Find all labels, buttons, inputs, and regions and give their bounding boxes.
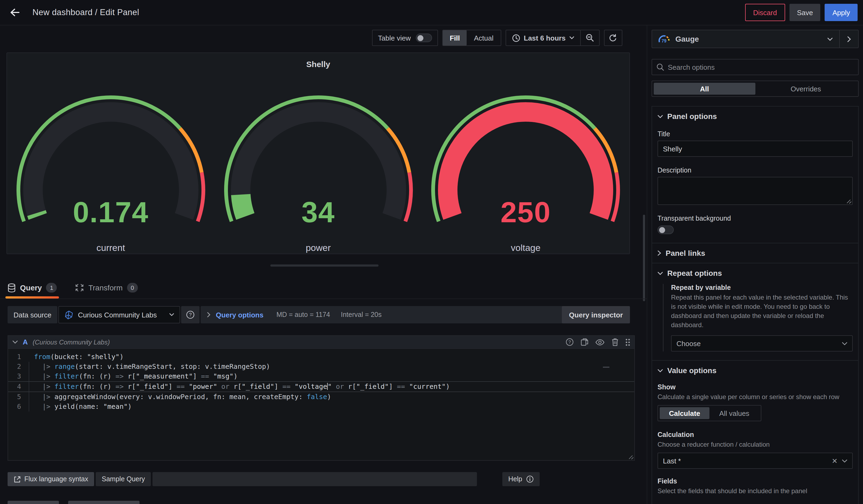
repeat-variable-select[interactable]: Choose [671, 335, 853, 352]
actual-option[interactable]: Actual [467, 30, 500, 46]
options-sidebar: 79 Gauge All Overrides [647, 25, 863, 504]
collapse-chevron-icon[interactable] [12, 340, 18, 344]
query-inspector-button[interactable]: Query inspector [562, 306, 630, 323]
datasource-help-button[interactable]: ? [181, 306, 200, 323]
gauge-label: voltage [422, 243, 629, 254]
calculate-option[interactable]: Calculate [660, 407, 710, 419]
drag-handle-icon[interactable] [626, 338, 630, 346]
collapse-options-button[interactable] [840, 36, 858, 42]
interval-text: Interval = 20s [341, 311, 382, 318]
code-line[interactable]: 2 |> range(start: v.timeRangeStart, stop… [8, 362, 634, 371]
external-link-icon [13, 476, 21, 483]
query-row-header[interactable]: A (Curious Community Labs) ? [8, 335, 635, 348]
editor-splitter-handle[interactable] [270, 264, 378, 267]
show-label: Show [658, 383, 853, 391]
top-nav: New dashboard / Edit Panel Discard Save … [0, 0, 863, 25]
chevron-right-icon [207, 312, 210, 317]
options-search[interactable] [652, 59, 859, 75]
repeat-by-variable-label: Repeat by variable [671, 284, 853, 291]
apply-button[interactable]: Apply [825, 4, 858, 21]
transform-icon [75, 284, 84, 292]
code-line[interactable]: 1from(bucket: "shelly") [8, 352, 634, 362]
calculation-label: Calculation [658, 431, 853, 439]
editor-resize-grip[interactable] [628, 454, 633, 459]
query-options-link[interactable]: Query options [216, 311, 263, 319]
query-ref-id: A [23, 338, 28, 346]
code-line[interactable]: 6 |> yield(name: "mean") [8, 402, 634, 412]
editor-tabs: Query 1 Transform 0 [8, 277, 636, 299]
flux-code-editor[interactable]: 1from(bucket: "shelly")2 |> range(start:… [8, 348, 635, 461]
panel-title-input[interactable] [658, 141, 853, 157]
textarea-resize-grip[interactable] [846, 199, 851, 203]
options-scroll-area: Panel options Title Description Transpar… [652, 106, 859, 504]
overview-ruler-mark [603, 367, 609, 368]
tab-all[interactable]: All [654, 83, 755, 94]
fill-option[interactable]: Fill [442, 30, 467, 46]
calculation-select[interactable]: Last * ✕ [658, 453, 853, 469]
svg-text:?: ? [189, 312, 192, 317]
datasource-name: Curious Community Labs [78, 311, 157, 319]
panel-toolbar: Table view Fill Actual Last 6 hours [372, 30, 639, 46]
tab-transform-label: Transform [88, 284, 123, 292]
time-range-label: Last 6 hours [524, 34, 566, 42]
partial-button[interactable] [8, 501, 59, 504]
viz-selected-label: Gauge [675, 35, 699, 43]
time-range-button[interactable]: Last 6 hours [506, 30, 580, 46]
fields-help-text: Select the fields that should be include… [658, 487, 853, 496]
footer-filler [152, 472, 477, 486]
clear-icon[interactable]: ✕ [831, 457, 838, 465]
partial-button[interactable] [68, 501, 139, 504]
refresh-button[interactable] [604, 30, 622, 46]
tab-overrides[interactable]: Overrides [755, 83, 856, 94]
calculation-value: Last * [663, 457, 681, 465]
repeat-options-header[interactable]: Repeat options [658, 268, 853, 278]
flux-syntax-button[interactable]: Flux language syntax [8, 472, 94, 486]
sample-query-button[interactable]: Sample Query [96, 472, 151, 486]
all-values-option[interactable]: All values [710, 407, 759, 419]
show-help-text: Calculate a single value per column or s… [658, 393, 853, 402]
description-textarea[interactable] [658, 177, 853, 205]
datasource-picker[interactable]: Curious Community Labs [59, 306, 180, 323]
transparent-bg-toggle[interactable] [658, 226, 674, 234]
table-view-toggle[interactable] [415, 34, 432, 42]
value-options-title: Value options [667, 366, 716, 375]
refresh-icon [609, 34, 617, 42]
panel-options-title: Panel options [667, 112, 717, 121]
back-button[interactable] [5, 3, 24, 22]
show-radio-group: Calculate All values [658, 405, 761, 421]
visualization-picker[interactable]: 79 Gauge [652, 30, 859, 48]
duplicate-query-icon[interactable] [581, 338, 588, 346]
save-button[interactable]: Save [789, 4, 821, 21]
main-scrollbar[interactable] [643, 215, 645, 301]
delete-query-trash-icon[interactable] [612, 338, 618, 346]
gauge-panel[interactable]: Shelly 0.174 current 34 power 250 voltag… [7, 52, 630, 254]
help-button[interactable]: Help [502, 472, 539, 486]
panel-options-header[interactable]: Panel options [658, 111, 853, 122]
zoom-out-button[interactable] [581, 30, 599, 46]
options-search-input[interactable] [668, 63, 854, 71]
gauge-viz-icon: 79 [658, 34, 671, 43]
tab-query[interactable]: Query 1 [8, 277, 57, 299]
panel-links-header[interactable]: Panel links [658, 248, 853, 259]
section-repeat-options: Repeat options Repeat by variable Repeat… [652, 263, 858, 360]
help-label: Help [508, 475, 522, 483]
gauge-voltage: 250 voltage [422, 71, 629, 254]
database-icon [8, 283, 16, 292]
chevron-down-icon [570, 36, 574, 39]
gauge-label: power [214, 243, 422, 254]
code-line[interactable]: 3 |> filter(fn: (r) => r["_measurement"]… [8, 371, 634, 381]
tab-query-label: Query [20, 284, 42, 292]
active-tab-underline [5, 297, 59, 299]
code-line[interactable]: 4 |> filter(fn: (r) => r["_field"] == "p… [8, 381, 634, 392]
code-line[interactable]: 5 |> aggregateWindow(every: v.windowPeri… [8, 392, 634, 402]
options-tabs: All Overrides [652, 80, 859, 97]
query-help-icon[interactable]: ? [566, 338, 574, 346]
search-icon [656, 63, 664, 71]
value-options-header[interactable]: Value options [658, 365, 853, 376]
discard-button[interactable]: Discard [745, 4, 785, 21]
zoom-out-icon [586, 34, 594, 42]
tab-transform[interactable]: Transform 0 [75, 277, 138, 299]
hide-response-eye-icon[interactable] [595, 339, 604, 345]
gauge-power: 34 power [214, 71, 422, 254]
time-picker: Last 6 hours [505, 30, 600, 46]
